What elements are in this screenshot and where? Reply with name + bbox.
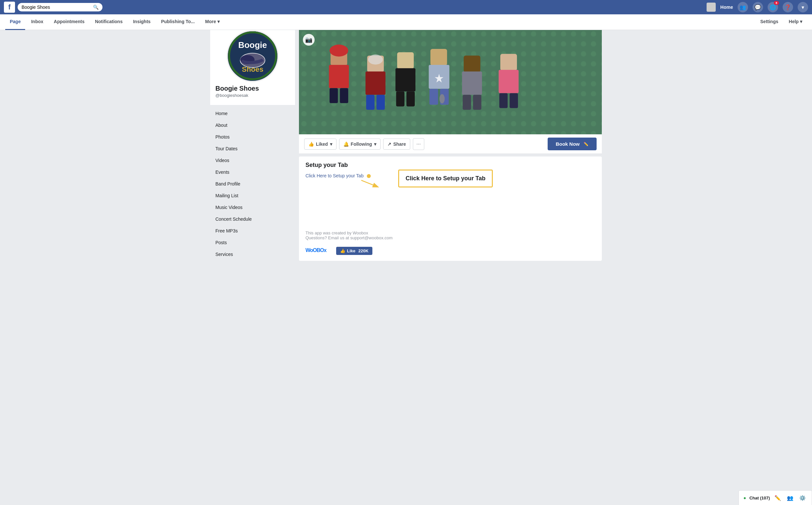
svg-text:Shoes: Shoes bbox=[242, 65, 263, 73]
friends-icon-btn[interactable]: 👥 bbox=[737, 2, 748, 12]
svg-rect-16 bbox=[396, 92, 404, 107]
sidebar-item-music-videos[interactable]: Music Videos bbox=[210, 201, 295, 213]
svg-rect-29 bbox=[330, 88, 338, 103]
home-nav-link[interactable]: Home bbox=[720, 5, 733, 10]
camera-icon: 📷 bbox=[305, 36, 312, 43]
sidebar-item-posts[interactable]: Posts bbox=[210, 237, 295, 248]
sidebar-item-videos[interactable]: Videos bbox=[210, 155, 295, 166]
setup-tab-section: Setup your Tab Click Here to Setup your … bbox=[299, 157, 602, 261]
settings-tab[interactable]: Settings bbox=[756, 14, 783, 30]
annotation-container: Click Here to Setup your Tab Click Here … bbox=[306, 173, 378, 178]
woobox-section: This app was created by Woobox Questions… bbox=[306, 230, 595, 256]
friends-icon: 👥 bbox=[739, 4, 746, 10]
thumbs-up-icon: 👍 bbox=[309, 142, 314, 147]
svg-text:WoOBOx: WoOBOx bbox=[306, 247, 327, 253]
pencil-icon: ✏️ bbox=[584, 142, 588, 146]
tab-more[interactable]: More ▾ bbox=[201, 14, 224, 30]
main-container: Boogie Shoes Boogie Shoes @boogieshoesak… bbox=[210, 30, 602, 267]
cover-photo: 📷 bbox=[299, 30, 602, 134]
tab-insights[interactable]: Insights bbox=[129, 14, 155, 30]
left-sidebar: Boogie Shoes Boogie Shoes @boogieshoesak… bbox=[210, 30, 295, 267]
bell-icon: 🔔 bbox=[343, 142, 349, 147]
messenger-icon: 💬 bbox=[755, 4, 761, 10]
svg-rect-18 bbox=[431, 49, 447, 65]
sidebar-item-about[interactable]: About bbox=[210, 119, 295, 131]
globe-icon: 🌐 bbox=[770, 4, 776, 10]
share-icon: ↗ bbox=[387, 142, 391, 147]
following-button[interactable]: 🔔 Following ▾ bbox=[339, 139, 380, 150]
svg-rect-24 bbox=[462, 71, 482, 95]
svg-rect-23 bbox=[464, 55, 480, 72]
page-tabs-bar: Page Inbox Appointments Notifications In… bbox=[0, 14, 812, 30]
share-button[interactable]: ↗ Share bbox=[383, 139, 410, 150]
ellipsis-icon: ··· bbox=[417, 141, 421, 147]
svg-rect-15 bbox=[395, 68, 416, 91]
svg-text:Boogie: Boogie bbox=[238, 40, 267, 50]
settings-help-group: Settings Help ▾ bbox=[756, 14, 807, 30]
caret-down-icon: ▾ bbox=[802, 4, 804, 10]
search-bar[interactable]: 🔍 bbox=[18, 3, 103, 11]
notification-badge: 8 bbox=[774, 1, 779, 5]
cover-art-svg bbox=[299, 30, 602, 134]
more-options-button[interactable]: ··· bbox=[413, 138, 424, 150]
woobox-logo-svg: WoOBOx bbox=[306, 246, 332, 254]
svg-line-37 bbox=[361, 180, 378, 187]
annotation-callout-box: Click Here to Setup your Tab bbox=[398, 170, 493, 187]
profile-art: Boogie Shoes bbox=[228, 31, 277, 81]
profile-picture: Boogie Shoes bbox=[227, 30, 279, 82]
sidebar-item-tour-dates[interactable]: Tour Dates bbox=[210, 143, 295, 155]
svg-point-13 bbox=[368, 54, 383, 64]
svg-rect-17 bbox=[406, 92, 415, 107]
svg-rect-11 bbox=[366, 95, 374, 110]
search-icon: 🔍 bbox=[93, 5, 99, 10]
profile-thumbnail bbox=[707, 3, 716, 12]
liked-button[interactable]: 👍 Liked ▾ bbox=[304, 139, 337, 150]
main-content: 📷 bbox=[295, 30, 602, 267]
camera-button[interactable]: 📷 bbox=[303, 34, 315, 46]
sidebar-item-concert-schedule[interactable]: Concert Schedule bbox=[210, 213, 295, 225]
sidebar-navigation: Home About Photos Tour Dates Videos Even… bbox=[210, 108, 295, 260]
sidebar-item-free-mp3s[interactable]: Free MP3s bbox=[210, 225, 295, 237]
tab-notifications[interactable]: Notifications bbox=[90, 14, 127, 30]
profile-handle: @boogieshoesak bbox=[210, 93, 295, 102]
tab-inbox[interactable]: Inbox bbox=[26, 14, 48, 30]
facebook-logo[interactable]: f bbox=[4, 2, 15, 13]
sidebar-item-events[interactable]: Events bbox=[210, 166, 295, 178]
sidebar-item-band-profile[interactable]: Band Profile bbox=[210, 178, 295, 190]
messenger-icon-btn[interactable]: 💬 bbox=[752, 2, 763, 12]
setup-title: Setup your Tab bbox=[306, 162, 595, 169]
action-bar: 👍 Liked ▾ 🔔 Following ▾ ↗ Share ··· Book… bbox=[299, 134, 602, 154]
svg-rect-20 bbox=[430, 89, 438, 105]
svg-rect-12 bbox=[377, 95, 385, 110]
sidebar-item-services[interactable]: Services bbox=[210, 248, 295, 260]
svg-rect-32 bbox=[500, 54, 517, 70]
setup-tab-link[interactable]: Click Here to Setup your Tab bbox=[306, 173, 364, 178]
following-caret-icon: ▾ bbox=[374, 142, 376, 147]
tab-publishing[interactable]: Publishing To... bbox=[156, 14, 199, 30]
svg-rect-33 bbox=[499, 70, 518, 93]
svg-rect-25 bbox=[463, 95, 471, 110]
caret-down-icon-btn[interactable]: ▾ bbox=[798, 2, 808, 12]
help-tab[interactable]: Help ▾ bbox=[784, 14, 807, 30]
search-input[interactable] bbox=[21, 5, 90, 10]
svg-rect-28 bbox=[329, 65, 349, 88]
sidebar-item-photos[interactable]: Photos bbox=[210, 131, 295, 143]
svg-point-31 bbox=[330, 45, 348, 57]
top-nav-right: Home 👥 💬 🌐 8 ❓ ▾ bbox=[707, 2, 808, 12]
tab-page[interactable]: Page bbox=[5, 14, 25, 30]
help-icon-btn[interactable]: ❓ bbox=[783, 2, 793, 12]
sidebar-item-home[interactable]: Home bbox=[210, 108, 295, 119]
svg-rect-34 bbox=[499, 93, 507, 108]
profile-section: Boogie Shoes Boogie Shoes @boogieshoesak bbox=[210, 30, 295, 105]
sidebar-item-mailing-list[interactable]: Mailing List bbox=[210, 190, 295, 201]
profile-logo-svg: Boogie Shoes bbox=[228, 31, 277, 80]
profile-name: Boogie Shoes bbox=[210, 85, 295, 93]
woobox-logo: WoOBOx bbox=[306, 246, 332, 256]
liked-caret-icon: ▾ bbox=[330, 142, 332, 147]
annotation-arrow-svg bbox=[360, 179, 379, 192]
top-nav-left: f 🔍 bbox=[4, 2, 103, 13]
woobox-like-button[interactable]: 👍 Like 220K bbox=[336, 247, 372, 255]
globe-icon-btn[interactable]: 🌐 8 bbox=[768, 2, 778, 12]
tab-appointments[interactable]: Appointments bbox=[49, 14, 89, 30]
book-now-button[interactable]: Book Now ✏️ bbox=[548, 138, 597, 150]
